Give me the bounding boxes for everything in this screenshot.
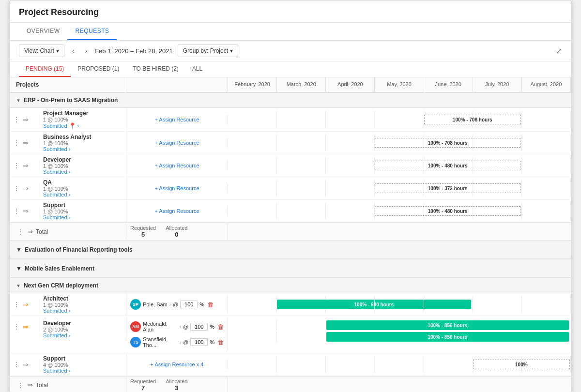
- tab-overview[interactable]: OVERVIEW: [19, 23, 67, 40]
- resource-qty: 1 @ 100%: [43, 186, 122, 192]
- transfer-icon: ⇒: [28, 381, 33, 389]
- delete-icon-ts[interactable]: 🗑: [217, 339, 224, 346]
- filter-tab-to-be-hired[interactable]: TO BE HIRED (2): [126, 61, 185, 77]
- allocated-label: Allocated: [166, 225, 187, 231]
- assign-col: + Assign Resource: [126, 161, 228, 170]
- assign-resource-link[interactable]: + Assign Resource: [154, 140, 199, 146]
- resource-info: Developer 1 @ 100% Submitted ›: [39, 154, 126, 177]
- chevron-right-icon: ›: [69, 368, 71, 374]
- drag-icon[interactable]: ⋮: [12, 300, 21, 309]
- allocated-total: Allocated 0: [166, 225, 187, 238]
- gantt-months: 100% - 708 hours: [228, 111, 571, 128]
- person-row-am: AM Mcdonald, Alan › @ % 🗑: [130, 320, 224, 333]
- assign-col: + Assign Resource: [126, 115, 228, 124]
- next-arrow-button[interactable]: ›: [82, 45, 90, 56]
- drag-icon[interactable]: ⋮: [16, 380, 25, 390]
- transfer-icon[interactable]: ⇒: [22, 360, 30, 369]
- delete-icon[interactable]: 🗑: [207, 301, 214, 308]
- transfer-icon[interactable]: ⇒: [22, 115, 30, 124]
- drag-icon[interactable]: ⋮: [12, 322, 21, 332]
- chevron-right-icon: ▼: [16, 246, 22, 253]
- allocated-total: Allocated 3: [166, 378, 187, 392]
- resource-qty: 1 @ 100%: [43, 140, 122, 146]
- gantt-cell-jun: 100% - 708 hours: [424, 111, 473, 128]
- project-header-crm[interactable]: ▼ Next Gen CRM deployment: [10, 278, 571, 293]
- view-label: View: Chart: [24, 47, 54, 54]
- drag-icon[interactable]: ⋮: [12, 206, 21, 216]
- filter-tab-all[interactable]: ALL: [185, 61, 209, 77]
- transfer-icon[interactable]: ⇒: [22, 300, 30, 309]
- drag-icon[interactable]: ⋮: [12, 183, 21, 193]
- pct-symbol: %: [210, 339, 214, 345]
- requested-label: Requested: [130, 225, 156, 231]
- project-section-eval: ▼ Evaluation of Financial Reporting tool…: [10, 241, 571, 259]
- avatar: TS: [130, 337, 141, 347]
- requested-total: Requested 5: [130, 225, 156, 238]
- status-badge: Submitted ›: [43, 214, 122, 220]
- pct-label: @: [173, 302, 178, 307]
- transfer-icon[interactable]: ⇒: [22, 138, 30, 148]
- drag-icon[interactable]: ⋮: [12, 138, 21, 148]
- chevron-down-icon: ▼: [16, 283, 21, 288]
- gantt-area: 100% - 600 hours: [228, 296, 571, 313]
- assign-resource-link[interactable]: + Assign Resource: [154, 163, 199, 168]
- transfer-icon[interactable]: ⇒: [22, 206, 30, 216]
- assign-col-header: [126, 77, 228, 92]
- prev-arrow-button[interactable]: ‹: [69, 45, 77, 56]
- pct-input-am[interactable]: [190, 323, 208, 331]
- pct-input-ts[interactable]: [190, 338, 208, 346]
- chevron-right-icon: ›: [69, 192, 71, 197]
- filter-tab-proposed[interactable]: PROPOSED (1): [71, 61, 126, 77]
- gantt-months: 100% - 480 hours: [228, 203, 571, 219]
- toolbar: View: Chart ▾ ‹ › Feb 1, 2020 – Feb 28, …: [10, 41, 571, 61]
- resource-qty: 4 @ 100%: [43, 362, 122, 368]
- project-header-eval[interactable]: ▼ Evaluation of Financial Reporting tool…: [10, 241, 571, 259]
- gantt-area: 100% - 480 hours: [228, 157, 571, 174]
- view-chart-button[interactable]: View: Chart ▾: [19, 45, 64, 57]
- drag-icon[interactable]: ⋮: [12, 360, 21, 369]
- assign-resource-link[interactable]: + Assign Resource: [154, 185, 199, 191]
- requested-total: Requested 7: [130, 378, 156, 392]
- total-label: ⋮ ⇒ Total: [10, 377, 126, 392]
- chevron-right-icon: ▼: [16, 265, 22, 272]
- chevron-down-icon: ▼: [16, 98, 21, 103]
- total-text: Total: [36, 228, 48, 235]
- pct-input[interactable]: [180, 301, 198, 308]
- transfer-icon[interactable]: ⇒: [22, 183, 30, 193]
- status-badge: Submitted ›: [43, 308, 122, 314]
- project-name-eval: Evaluation of Financial Reporting tools: [25, 246, 133, 253]
- gantt-cell-aug: [522, 111, 571, 128]
- requested-label: Requested: [130, 378, 156, 384]
- drag-icon[interactable]: ⋮: [12, 161, 21, 170]
- status-badge: Submitted ›: [43, 169, 122, 175]
- delete-icon-am[interactable]: 🗑: [217, 323, 224, 331]
- month-jul: July, 2020: [473, 77, 522, 92]
- drag-icon[interactable]: ⋮: [12, 115, 21, 124]
- row-actions: ⋮ ⇒: [10, 161, 39, 170]
- filter-tabs: PENDING (15) PROPOSED (1) TO BE HIRED (2…: [10, 61, 571, 77]
- resource-name: Project Manager: [43, 110, 122, 117]
- table-row: ⋮ ⇒ Architect 1 @ 100% Submitted › SP Po…: [10, 293, 571, 316]
- project-header-erp[interactable]: ▼ ERP - On-Prem to SAAS Migration: [10, 93, 571, 108]
- fullscreen-button[interactable]: ⤢: [556, 46, 562, 56]
- transfer-icon[interactable]: ⇒: [22, 322, 30, 332]
- assign-resource-link[interactable]: + Assign Resource x 4: [151, 362, 204, 367]
- filter-tab-pending[interactable]: PENDING (15): [19, 61, 71, 77]
- assign-col: + Assign Resource: [126, 138, 228, 148]
- table-row: ⋮ ⇒ Support 4 @ 100% Submitted › + Assig…: [10, 353, 571, 376]
- resource-name: QA: [43, 179, 122, 186]
- assign-resource-link[interactable]: + Assign Resource: [154, 208, 199, 214]
- tab-requests[interactable]: REQUESTS: [67, 23, 117, 40]
- nav-tabs: OVERVIEW REQUESTS: [10, 23, 571, 41]
- allocated-label: Allocated: [166, 378, 187, 384]
- transfer-icon[interactable]: ⇒: [22, 161, 30, 170]
- row-actions: ⋮ ⇒: [10, 138, 39, 148]
- gantt-cell-mar: [277, 111, 326, 128]
- resource-name: Support: [43, 202, 122, 209]
- project-header-mobile[interactable]: ▼ Mobile Sales Enablement: [10, 259, 571, 278]
- resource-info: Business Analyst 1 @ 100% Submitted ›: [39, 132, 126, 154]
- group-by-button[interactable]: Group by: Project ▾: [178, 45, 238, 57]
- assign-resource-link[interactable]: + Assign Resource: [154, 117, 199, 122]
- avatar: SP: [130, 299, 141, 310]
- drag-icon[interactable]: ⋮: [16, 227, 25, 237]
